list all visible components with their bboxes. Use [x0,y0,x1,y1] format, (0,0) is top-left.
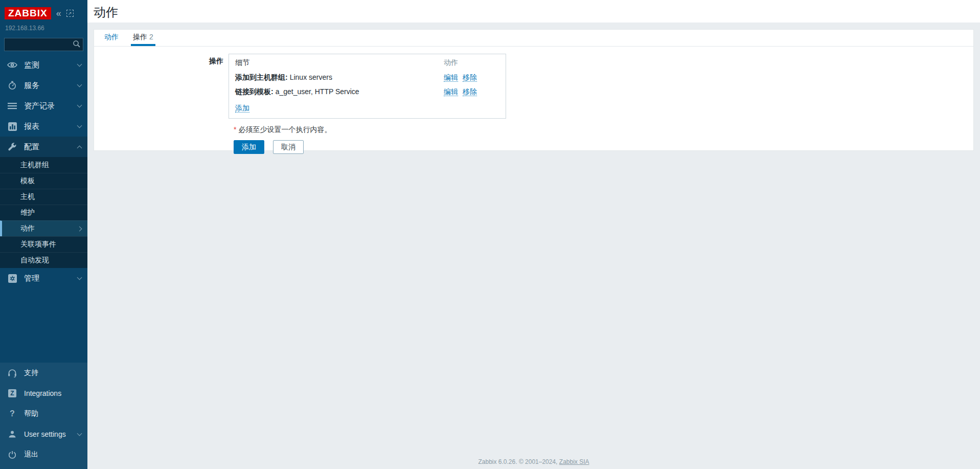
add-button[interactable]: 添加 [234,140,264,154]
sidebar-item-sign-out[interactable]: 退出 [0,444,87,465]
page-header: 动作 [87,0,980,23]
logo-row: ZABBIX « ↗ [0,0,87,23]
sidebar-item-label: 管理 [24,274,39,283]
sidebar-item-maintenance[interactable]: 维护 [0,205,87,220]
expand-fullscreen-icon[interactable]: ↗ [66,10,74,17]
table-header-row: 细节 动作 [229,56,506,71]
configuration-submenu: 主机群组 模板 主机 维护 动作 关联项事件 自动发现 [0,157,87,268]
sidebar-item-label: 帮助 [24,409,38,418]
sidebar-item-hosts[interactable]: 主机 [0,189,87,205]
submenu-label: 主机群组 [20,161,49,170]
submenu-label: 主机 [20,192,35,202]
operations-table-box: 细节 动作 添加到主机群组:Linux servers 编辑移除 链接到模板:a… [229,54,506,119]
sidebar-item-reports[interactable]: 报表 [0,116,87,137]
zabbix-logo[interactable]: ZABBIX [5,7,51,19]
power-icon [7,451,17,459]
chevron-down-icon [77,123,82,128]
sidebar-item-label: 退出 [24,450,38,459]
sidebar-item-configuration[interactable]: 配置 [0,137,87,157]
required-asterisk: * [234,125,236,133]
sidebar-item-label: 监测 [24,60,39,70]
table-row: 添加到主机群组:Linux servers 编辑移除 [229,71,506,85]
question-icon: ? [7,409,17,418]
operations-form-row: 操作 细节 动作 添加到主机群组:Linux servers 编辑移除 [94,54,973,119]
wrench-icon [7,142,17,151]
sidebar-item-host-groups[interactable]: 主机群组 [0,157,87,173]
remove-link[interactable]: 移除 [463,87,477,96]
required-text: 必须至少设置一个执行内容。 [238,125,331,133]
sidebar-item-label: 服务 [24,81,39,91]
sidebar-item-monitoring[interactable]: 监测 [0,55,87,75]
sidebar-item-help[interactable]: ? 帮助 [0,404,87,424]
tab-operations[interactable]: 操作2 [131,33,155,46]
edit-link[interactable]: 编辑 [444,87,458,96]
operations-label: 操作 [94,54,229,119]
form-buttons: 添加 取消 [234,140,973,154]
add-operation-link[interactable]: 添加 [235,104,249,113]
tab-label: 动作 [104,33,119,41]
chevron-down-icon [77,275,82,280]
tab-bar: 动作 操作2 [94,30,973,47]
submenu-label: 关联项事件 [20,240,56,249]
chevron-down-icon [77,431,82,436]
chevron-right-icon [77,226,82,231]
operations-table: 细节 动作 添加到主机群组:Linux servers 编辑移除 链接到模板:a… [229,56,506,99]
server-ip: 192.168.13.66 [0,23,87,32]
zabbix-z-icon: Z [7,389,17,397]
submenu-label: 自动发现 [20,256,49,265]
column-header-action: 动作 [438,56,506,71]
table-row: 链接到模板:a_get_user, HTTP Service 编辑移除 [229,85,506,99]
cancel-button[interactable]: 取消 [273,140,304,154]
required-note: *必须至少设置一个执行内容。 [234,125,973,135]
operation-value: a_get_user, HTTP Service [276,87,359,96]
chevron-down-icon [77,102,82,107]
tab-label: 操作 [133,33,147,41]
remove-link[interactable]: 移除 [463,73,477,82]
footer-text: Zabbix 6.0.26. © 2001–2024, [478,458,559,465]
sidebar-item-discovery[interactable]: 自动发现 [0,252,87,268]
search-icon[interactable] [73,40,81,48]
tab-action[interactable]: 动作 [102,33,121,46]
sidebar-item-inventory[interactable]: 资产记录 [0,96,87,116]
sidebar-item-label: 报表 [24,122,39,131]
bar-chart-icon [7,122,17,131]
action-edit-panel: 动作 操作2 操作 细节 动作 添加到主机群组:Linux servers 编辑… [94,29,974,151]
operation-type: 链接到模板: [235,87,274,96]
sidebar-item-label: 支持 [24,368,38,377]
search-box [4,38,83,51]
submenu-label: 维护 [20,208,35,217]
user-icon [7,430,17,438]
headset-icon [7,369,17,377]
operation-type: 添加到主机群组: [235,73,288,81]
search-input[interactable] [4,38,83,51]
main-menu: 监测 服务 资产记录 [0,55,87,288]
tab-count-badge: 2 [149,33,153,41]
sidebar-item-label: 配置 [24,142,39,152]
sidebar-item-label: Integrations [24,389,61,397]
sidebar-item-administration[interactable]: 管理 [0,268,87,288]
sidebar-bottom-menu: 支持 Z Integrations ? 帮助 User settings [0,363,87,469]
chevron-down-icon [77,61,82,66]
list-icon [7,102,17,109]
eye-icon [7,61,17,69]
sidebar-item-user-settings[interactable]: User settings [0,424,87,444]
submenu-label: 模板 [20,176,35,186]
page-footer: Zabbix 6.0.26. © 2001–2024, Zabbix SIA [87,458,980,465]
column-header-details: 细节 [229,56,438,71]
submenu-label: 动作 [20,224,35,233]
edit-link[interactable]: 编辑 [444,73,458,82]
sidebar-item-templates[interactable]: 模板 [0,173,87,189]
sidebar-item-label: 资产记录 [24,101,55,111]
sidebar-item-integrations[interactable]: Z Integrations [0,383,87,404]
sidebar-item-services[interactable]: 服务 [0,75,87,96]
stopwatch-icon [7,81,17,90]
page-title: 动作 [87,0,980,20]
chevron-down-icon [77,82,82,87]
sidebar-item-actions[interactable]: 动作 [0,220,87,236]
zabbix-sia-link[interactable]: Zabbix SIA [559,458,589,465]
collapse-sidebar-icon[interactable]: « [56,9,61,18]
sidebar-item-event-correlation[interactable]: 关联项事件 [0,236,87,252]
chevron-up-icon [77,145,82,150]
operation-value: Linux servers [290,73,332,81]
sidebar-item-support[interactable]: 支持 [0,363,87,383]
